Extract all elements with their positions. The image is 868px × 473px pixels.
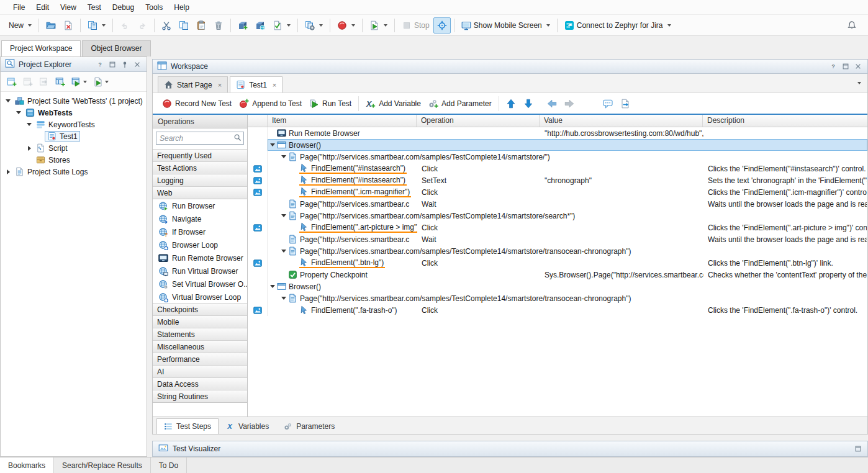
doc-tab-test1[interactable]: Test1× bbox=[230, 76, 283, 92]
menu-view[interactable]: View bbox=[55, 1, 82, 14]
tree-item-project-suite-logs[interactable]: Project Suite Logs bbox=[1, 166, 147, 178]
panel-splitter[interactable] bbox=[147, 56, 152, 457]
ops-item-if-browser[interactable]: ?If Browser bbox=[153, 225, 247, 238]
test-step-row[interactable]: Property CheckpointSys.Browser().Page("h… bbox=[248, 269, 867, 281]
add-new-project-item-button[interactable] bbox=[5, 75, 19, 89]
tree-item-keywordtests[interactable]: KeywordTests bbox=[1, 119, 147, 130]
add-existing-item-button[interactable] bbox=[21, 75, 35, 89]
show-mobile-screen-button[interactable]: Show Mobile Screen bbox=[458, 17, 554, 34]
visualizer-thumbnail[interactable] bbox=[248, 257, 268, 269]
expand-open-icon[interactable] bbox=[16, 111, 21, 114]
panel-tab-search-replace-results[interactable]: Search/Replace Results bbox=[54, 457, 151, 473]
connect-zephyr-button[interactable]: Connect to Zephyr for Jira bbox=[561, 17, 675, 34]
project-explorer-pin-button[interactable] bbox=[120, 60, 130, 70]
close-tab-icon[interactable]: × bbox=[273, 81, 276, 89]
ops-category-performance[interactable]: Performance bbox=[153, 353, 247, 366]
ops-category-mobile[interactable]: Mobile bbox=[153, 315, 247, 328]
tab-test-steps[interactable]: Test Steps bbox=[156, 418, 219, 434]
panel-tab-to-do[interactable]: To Do bbox=[151, 457, 187, 473]
open-button[interactable] bbox=[42, 17, 60, 34]
test-step-row[interactable]: FindElement(".btn-lg")ClickClicks the 'F… bbox=[248, 257, 867, 269]
visualizer-thumbnail[interactable] bbox=[248, 186, 268, 198]
copy-button[interactable] bbox=[175, 17, 192, 34]
test-step-row[interactable]: Page("http://services.smartbear.cWaitWai… bbox=[248, 198, 867, 210]
grid-column-description[interactable]: Description bbox=[703, 115, 867, 127]
test-step-row[interactable]: Run Remote Browser"http://hub.crossbrows… bbox=[248, 127, 867, 139]
run-mode-button[interactable] bbox=[366, 17, 391, 34]
test-step-row[interactable]: Browser() bbox=[248, 281, 867, 292]
tab-list-dropdown-icon[interactable] bbox=[856, 78, 861, 86]
close-button[interactable] bbox=[60, 17, 77, 34]
save-all-button[interactable] bbox=[84, 17, 109, 34]
expander-icon[interactable] bbox=[281, 214, 286, 217]
cut-button[interactable] bbox=[158, 17, 175, 34]
add-new-item-button[interactable] bbox=[234, 17, 251, 34]
move-up-button[interactable] bbox=[502, 96, 520, 111]
test-step-row[interactable]: Page("http://services.smartbear.com/samp… bbox=[248, 210, 867, 222]
expander-icon[interactable] bbox=[281, 297, 286, 300]
ops-item-browser-loop[interactable]: Browser Loop bbox=[153, 238, 247, 251]
visualizer-thumbnail[interactable] bbox=[248, 163, 268, 174]
panel-tab-bookmarks[interactable]: Bookmarks bbox=[0, 457, 54, 473]
ops-category-frequently-used[interactable]: Frequently Used bbox=[153, 149, 247, 162]
record-new-test-button[interactable]: Record New Test bbox=[158, 96, 235, 111]
ops-category-web[interactable]: Web bbox=[153, 186, 247, 199]
add-variable-button[interactable]: XAdd Variable bbox=[362, 96, 425, 111]
object-spy-button[interactable] bbox=[433, 17, 451, 34]
enable-items-button[interactable] bbox=[269, 17, 294, 34]
ops-category-ai[interactable]: AI bbox=[153, 365, 247, 378]
ops-category-data-access[interactable]: Data Access bbox=[153, 377, 247, 390]
notifications-button[interactable] bbox=[843, 17, 861, 34]
append-to-test-button[interactable]: Append to Test bbox=[235, 96, 305, 111]
test-step-row[interactable]: Page("http://services.smartbear.com/samp… bbox=[248, 245, 867, 257]
ops-item-navigate[interactable]: Navigate bbox=[153, 212, 247, 225]
menu-file[interactable]: File bbox=[7, 1, 30, 14]
visualizer-thumbnail[interactable] bbox=[248, 304, 268, 316]
ops-item-run-virtual-browser[interactable]: Run Virtual Browser bbox=[153, 264, 247, 277]
run-project-button[interactable] bbox=[70, 75, 89, 89]
expand-closed-icon[interactable] bbox=[7, 169, 10, 174]
tree-item-project-suite-webtests-1-project[interactable]: Project Suite 'WebTests' (1 project) bbox=[1, 95, 147, 107]
ops-item-virtual-browser-loop[interactable]: Virtual Browser Loop bbox=[153, 291, 247, 304]
operations-search-box[interactable] bbox=[156, 132, 244, 145]
tab-project-workspace[interactable]: Project Workspace bbox=[1, 40, 81, 56]
test-step-row[interactable]: Page("http://services.smartbear.com/samp… bbox=[248, 292, 867, 304]
menu-debug[interactable]: Debug bbox=[107, 1, 140, 14]
expander-icon[interactable] bbox=[270, 285, 275, 288]
tree-item-test1[interactable]: Test1 bbox=[1, 130, 147, 142]
grid-column-item[interactable]: Item bbox=[268, 115, 417, 127]
test-step-row[interactable]: FindElement(".art-picture > img")ClickCl… bbox=[248, 222, 867, 233]
expander-icon[interactable] bbox=[270, 143, 275, 146]
project-explorer-float-button[interactable] bbox=[107, 60, 117, 70]
test-step-row[interactable]: FindElement(".fa-trash-o")ClickClicks th… bbox=[248, 304, 867, 316]
visualizer-thumbnail[interactable] bbox=[248, 174, 268, 186]
tree-item-stores[interactable]: Stores bbox=[1, 154, 147, 166]
test-step-row[interactable]: FindElement("#instasearch")SetText"chron… bbox=[248, 174, 867, 186]
redo-button[interactable] bbox=[133, 17, 151, 34]
ops-category-miscellaneous[interactable]: Miscellaneous bbox=[153, 340, 247, 353]
expander-icon[interactable] bbox=[281, 155, 286, 158]
expand-closed-icon[interactable] bbox=[28, 146, 31, 151]
ops-item-run-remote-browser[interactable]: Run Remote Browser bbox=[153, 251, 247, 264]
test-step-row[interactable]: Page("http://services.smartbear.com/samp… bbox=[248, 151, 867, 163]
indent-right-button[interactable] bbox=[561, 96, 578, 111]
delete-button[interactable] bbox=[210, 17, 227, 34]
menu-test[interactable]: Test bbox=[82, 1, 107, 14]
undo-button[interactable] bbox=[116, 17, 133, 34]
stop-button[interactable]: Stop bbox=[398, 17, 433, 34]
ops-category-logging[interactable]: Logging bbox=[153, 174, 247, 187]
test-step-row[interactable]: Page("http://services.smartbear.cWaitWai… bbox=[248, 233, 867, 245]
ops-category-statements[interactable]: Statements bbox=[153, 328, 247, 341]
tree-item-webtests[interactable]: WebTests bbox=[1, 107, 147, 119]
expand-open-icon[interactable] bbox=[6, 99, 11, 102]
organize-items-button[interactable] bbox=[301, 17, 327, 34]
operations-search-input[interactable] bbox=[160, 134, 233, 143]
add-parameter-button[interactable]: Add Parameter bbox=[425, 96, 495, 111]
export-to-script-button[interactable] bbox=[617, 96, 634, 111]
tab-variables[interactable]: XVariables bbox=[219, 418, 276, 434]
test-step-row[interactable]: FindElement(".icm-magnifier")ClickClicks… bbox=[248, 186, 867, 198]
menu-edit[interactable]: Edit bbox=[30, 1, 55, 14]
ops-item-run-browser[interactable]: Run Browser bbox=[153, 199, 247, 212]
doc-tab-start-page[interactable]: Start Page× bbox=[158, 76, 228, 92]
add-project-button[interactable] bbox=[53, 75, 67, 89]
